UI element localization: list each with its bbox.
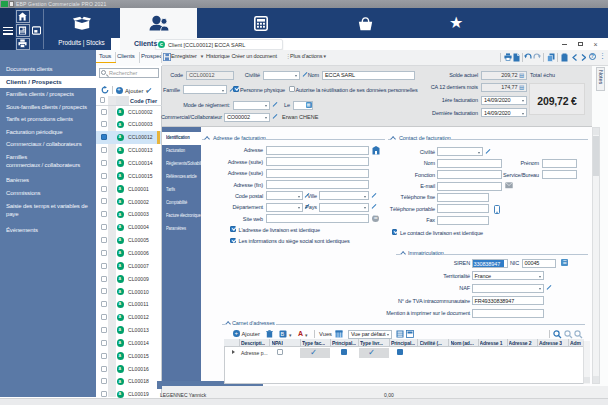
svg-text:B: B xyxy=(281,331,285,337)
